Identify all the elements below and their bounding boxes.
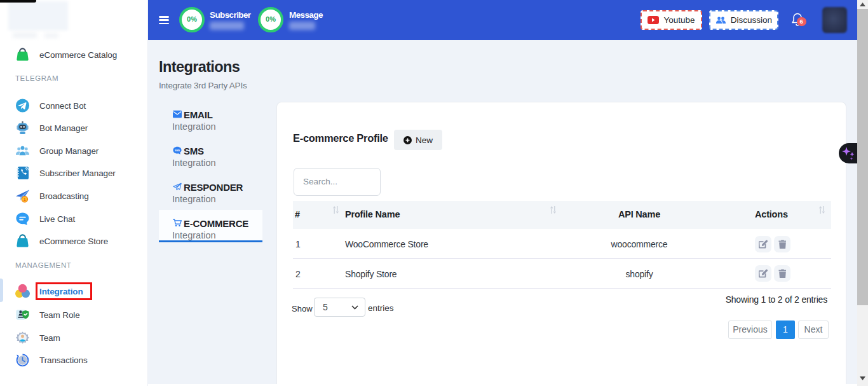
- svg-text:SMS: SMS: [175, 149, 180, 152]
- svg-text:1: 1: [24, 197, 26, 202]
